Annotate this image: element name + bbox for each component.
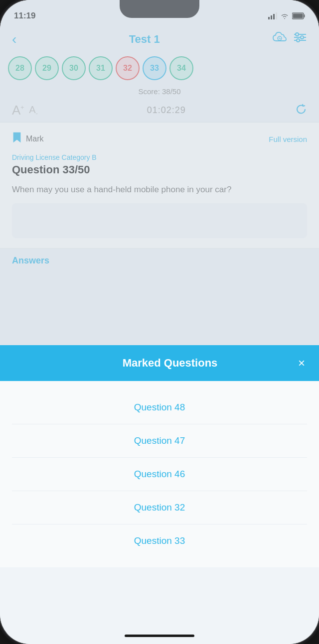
phone-screen: 11:19: [0, 0, 319, 644]
phone-frame: 11:19: [0, 0, 319, 644]
home-indicator: [125, 635, 194, 637]
marked-question-48[interactable]: Question 48: [12, 391, 307, 424]
marked-question-33[interactable]: Question 33: [12, 524, 307, 557]
marked-question-32[interactable]: Question 32: [12, 491, 307, 524]
modal-body: Question 48 Question 47 Question 46 Ques…: [0, 381, 319, 567]
marked-questions-modal: Marked Questions × Question 48 Question …: [0, 345, 319, 644]
modal-title: Marked Questions: [42, 357, 298, 370]
marked-question-46[interactable]: Question 46: [12, 458, 307, 491]
marked-question-47[interactable]: Question 47: [12, 424, 307, 458]
modal-header: Marked Questions ×: [0, 345, 319, 381]
modal-close-button[interactable]: ×: [298, 356, 305, 370]
